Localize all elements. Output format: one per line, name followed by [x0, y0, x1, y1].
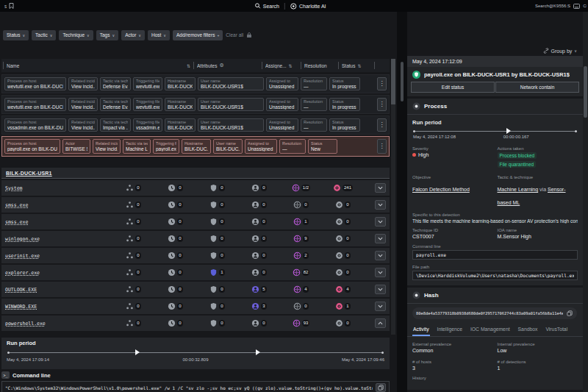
- runtime-count: 0: [154, 285, 196, 293]
- detection-row[interactable]: Process on hostwevtutil.exe on BILK-DUCK…: [1, 74, 390, 93]
- row-menu-button[interactable]: ⋮: [377, 118, 387, 132]
- column-header-name[interactable]: Name ⇅: [7, 63, 190, 68]
- copy-button[interactable]: [566, 309, 573, 318]
- cell-label: Related incident: [71, 79, 95, 83]
- related-incident-link[interactable]: View incid...: [71, 104, 95, 110]
- tab-intelligence[interactable]: Intelligence: [437, 324, 463, 336]
- process-row: userinit.exe000020: [1, 248, 390, 263]
- process-row: WINWORD.EXE000301: [1, 299, 390, 314]
- child-processes-icon: [126, 302, 134, 310]
- filter-tags-dropdown[interactable]: Tags∨: [96, 30, 118, 40]
- sort-icon[interactable]: ⇅: [289, 63, 293, 68]
- expand-row-button[interactable]: [375, 234, 386, 243]
- process-name-link[interactable]: winlogon.exe: [5, 236, 112, 242]
- expand-row-button[interactable]: [375, 285, 386, 294]
- cell-label: Triggering file: [156, 141, 176, 146]
- process-row: smss.exe000010: [1, 214, 390, 229]
- process-name-link[interactable]: explorer.exe: [5, 270, 112, 276]
- detection-row[interactable]: Process on hostpayroll.exe on BILK-DUCK-…: [1, 136, 390, 157]
- expand-row-button[interactable]: [375, 302, 386, 311]
- edit-status-button[interactable]: Edit status: [411, 82, 495, 93]
- tab-virustotal[interactable]: VirusTotal: [545, 324, 568, 336]
- filter-host-dropdown[interactable]: Host∨: [148, 30, 170, 40]
- column-header-resolution[interactable]: Resolution: [304, 63, 335, 68]
- count-badge: 9: [303, 235, 309, 242]
- detections-icon: [293, 252, 301, 260]
- row-menu-button[interactable]: ⋮: [377, 139, 387, 154]
- filter-technique-dropdown[interactable]: Technique∨: [59, 30, 93, 40]
- user-count: 3: [238, 302, 280, 310]
- global-search-button[interactable]: Search: [255, 3, 279, 9]
- related-incident-link[interactable]: View incid...: [71, 125, 95, 130]
- tab-sandbox[interactable]: Sandbox: [517, 324, 539, 336]
- row-menu-button[interactable]: ⋮: [377, 98, 387, 111]
- detection-cell: Assigned toUnassigned: [266, 77, 298, 90]
- process-name-link[interactable]: smss.exe: [5, 219, 112, 225]
- group-by-dropdown[interactable]: Group by ∨: [407, 46, 583, 56]
- file-path-value: \Device\HarddiskVolume2\Users\natasha\Do…: [416, 273, 574, 278]
- expand-row-button[interactable]: [375, 268, 386, 277]
- filter-actor-dropdown[interactable]: Actor∨: [121, 30, 145, 40]
- expand-row-button[interactable]: [375, 183, 386, 193]
- objective-link[interactable]: Falcon Detection Method: [412, 187, 470, 192]
- expand-row-button[interactable]: [375, 251, 386, 260]
- expand-row-button[interactable]: [375, 200, 386, 210]
- chevron-down-icon: [378, 220, 383, 224]
- network-contain-button[interactable]: Network contain: [495, 82, 579, 93]
- user-count: 0: [238, 268, 280, 277]
- cell-value: Unassigned: [269, 84, 295, 89]
- cell-value: Unassigned: [269, 125, 295, 130]
- row-menu-button[interactable]: ⋮: [377, 77, 387, 90]
- process-name-link[interactable]: smss.exe: [5, 202, 112, 208]
- related-incident-link[interactable]: View incid...: [96, 146, 118, 152]
- add-remove-filters-button[interactable]: Add/remove filters+: [173, 30, 223, 40]
- scrollbar-thumb[interactable]: [401, 62, 404, 101]
- process-name-link[interactable]: System: [5, 185, 112, 191]
- blocked-count: 0: [196, 252, 238, 260]
- gear-icon[interactable]: ⚙: [219, 63, 223, 68]
- process-name-link[interactable]: userinit.exe: [5, 253, 112, 259]
- column-header-assigned[interactable]: Assigne... ⇅: [265, 63, 298, 68]
- detection-row[interactable]: Process on hostvssadmin.exe on BILK-DUCK…: [1, 115, 390, 135]
- filter-status-dropdown[interactable]: Status∨: [3, 30, 29, 40]
- child-processes-icon: [126, 252, 134, 260]
- detections-icon: [293, 235, 301, 243]
- user-menu-text[interactable]: Cust: [583, 4, 587, 8]
- expand-row-button[interactable]: [375, 217, 386, 227]
- user-icon: [251, 319, 259, 327]
- tactic-link[interactable]: Machine Learning: [498, 187, 539, 192]
- host-header[interactable]: BILK-DUCK-USR1: [1, 168, 390, 179]
- sort-icon[interactable]: ⇅: [21, 63, 190, 68]
- detail-panel: Group by ∨ May 4, 2024 17:12:09 payroll.…: [407, 12, 583, 392]
- charlotte-ai-button[interactable]: Charlotte AI: [290, 3, 326, 10]
- detection-cell: HostnameBILK-DUCK...: [165, 77, 196, 90]
- count-badge: 2: [303, 252, 309, 259]
- column-header-status[interactable]: Status ⇅: [342, 63, 371, 68]
- table-scrollbar[interactable]: [391, 59, 395, 335]
- clear-all-button[interactable]: Clear all: [226, 32, 243, 38]
- filter-tactic-dropdown[interactable]: Tactic∨: [32, 30, 56, 40]
- detection-row[interactable]: Process on hostwevtutil.exe on BILK-DUCK…: [1, 95, 390, 114]
- detail-run-timeline[interactable]: [413, 127, 577, 135]
- related-incident-link[interactable]: View incid...: [71, 84, 95, 89]
- scrollbar-thumb[interactable]: [584, 66, 587, 118]
- process-name-link[interactable]: powershell.exe: [5, 321, 112, 327]
- copy-button[interactable]: [376, 383, 386, 392]
- run-period-timeline[interactable]: [7, 349, 384, 356]
- bookmark-icon[interactable]: [9, 3, 14, 9]
- process-name-link[interactable]: WINWORD.EXE: [5, 304, 112, 310]
- sort-icon[interactable]: ⇅: [357, 63, 361, 68]
- detections-count: 9: [280, 235, 322, 243]
- run-period-title: Run period: [7, 340, 384, 346]
- collapse-row-button[interactable]: [375, 318, 386, 328]
- process-name-link[interactable]: OUTLOOK.EXE: [5, 287, 112, 293]
- count-badge: 0: [135, 286, 141, 293]
- tab-activity[interactable]: Activity: [412, 324, 430, 336]
- detail-scrollbar[interactable]: [583, 12, 588, 392]
- column-header-attributes[interactable]: Attributes ⚙: [197, 63, 256, 68]
- detections-count: 1/2: [280, 184, 322, 192]
- count-badge: 0: [261, 235, 267, 242]
- tab-ioc-management[interactable]: IOC Management: [470, 324, 511, 336]
- scrollbar-thumb[interactable]: [391, 59, 395, 104]
- child-processes-count: 0: [112, 218, 154, 226]
